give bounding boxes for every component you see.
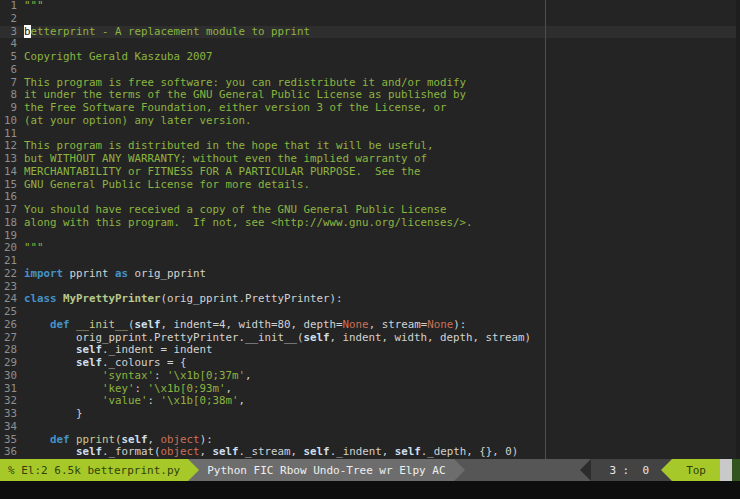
code-line[interactable]: 5Copyright Gerald Kaszuba 2007: [0, 51, 740, 64]
emacs-frame: 1"""23betterprint - A replacement module…: [0, 0, 740, 499]
line-number: 22: [0, 268, 24, 281]
powerline-arrow-left-icon: [580, 459, 591, 481]
modeline-end-cap: [732, 459, 740, 481]
code-line[interactable]: 15GNU General Public License for more de…: [0, 179, 740, 192]
line-number: 30: [0, 370, 24, 383]
echo-area[interactable]: [0, 481, 740, 499]
code-text: self._format(object, self._stream, self.…: [24, 446, 518, 459]
code-line[interactable]: 22import pprint as orig_pprint: [0, 268, 740, 281]
line-number: 29: [0, 357, 24, 370]
code-line[interactable]: 36 self._format(object, self._stream, se…: [0, 446, 740, 459]
powerline-arrow-left-icon: [661, 459, 672, 481]
line-number: 2: [0, 13, 24, 26]
code-text: """: [24, 0, 44, 13]
code-text: betterprint - A replacement module to pp…: [24, 26, 310, 39]
modeline-cursor-position[interactable]: 3 : 0: [597, 459, 661, 481]
code-line[interactable]: 32 'value': '\x1b[0;38m',: [0, 395, 740, 408]
line-number: 34: [0, 421, 24, 434]
line-number: 10: [0, 115, 24, 128]
code-line[interactable]: 3betterprint - A replacement module to p…: [0, 26, 740, 39]
code-text: """: [24, 242, 44, 255]
modeline-minor-modes[interactable]: Python FIC Rbow Undo-Tree wr Elpy AC: [199, 459, 453, 481]
fill-column-indicator: [545, 0, 546, 459]
line-number: 5: [0, 51, 24, 64]
code-text: (at your option) any later version.: [24, 115, 252, 128]
code-line[interactable]: 20""": [0, 242, 740, 255]
line-number: 17: [0, 204, 24, 217]
code-text: along with this program. If not, see <ht…: [24, 217, 473, 230]
code-line[interactable]: 1""": [0, 0, 740, 13]
line-number: 18: [0, 217, 24, 230]
line-number: 33: [0, 408, 24, 421]
modeline-scroll-position[interactable]: Top: [672, 459, 720, 481]
code-text: import pprint as orig_pprint: [24, 268, 206, 281]
powerline-arrow-right-icon: [188, 459, 199, 481]
code-text: class MyPrettyPrinter(orig_pprint.Pretty…: [24, 293, 343, 306]
line-number: 9: [0, 102, 24, 115]
code-line[interactable]: 10(at your option) any later version.: [0, 115, 740, 128]
line-number: 14: [0, 166, 24, 179]
line-number: 26: [0, 319, 24, 332]
scrollbar[interactable]: [736, 0, 740, 459]
line-number: 21: [0, 255, 24, 268]
powerline-arrow-right-icon: [454, 459, 465, 481]
modeline-buffer-info[interactable]: % El:2 6.5k betterprint.py: [0, 459, 188, 481]
modeline: % El:2 6.5k betterprint.py Python FIC Rb…: [0, 459, 740, 481]
code-line[interactable]: 18along with this program. If not, see <…: [0, 217, 740, 230]
code-text: }: [24, 408, 83, 421]
code-line[interactable]: 33 }: [0, 408, 740, 421]
line-number: 36: [0, 446, 24, 459]
line-number: 6: [0, 64, 24, 77]
code-text: Copyright Gerald Kaszuba 2007: [24, 51, 213, 64]
modeline-filler: [465, 459, 581, 481]
code-line[interactable]: 24class MyPrettyPrinter(orig_pprint.Pret…: [0, 293, 740, 306]
line-number: 13: [0, 153, 24, 166]
code-line[interactable]: 19: [0, 230, 740, 243]
code-area: 1"""23betterprint - A replacement module…: [0, 0, 740, 459]
editor-window[interactable]: 1"""23betterprint - A replacement module…: [0, 0, 740, 459]
modeline-end-block: [720, 459, 732, 481]
code-text: GNU General Public License for more deta…: [24, 179, 310, 192]
line-number: 1: [0, 0, 24, 13]
line-number: 25: [0, 306, 24, 319]
